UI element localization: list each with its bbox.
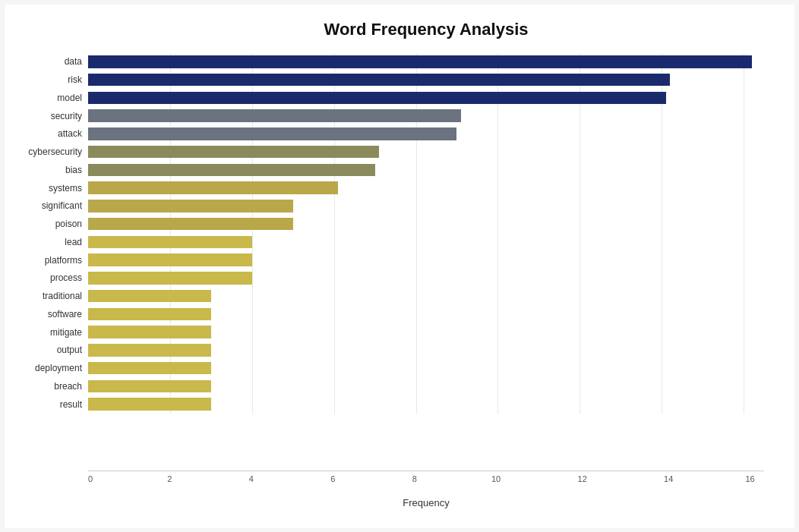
bar-row: output — [88, 342, 764, 360]
bar-fill — [88, 290, 211, 303]
bar-track — [88, 344, 764, 357]
bar-label: significant — [14, 200, 82, 211]
bar-label: mitigate — [14, 327, 82, 338]
bar-fill — [88, 164, 375, 177]
bar-track — [88, 362, 764, 375]
bar-label: systems — [14, 183, 82, 194]
bar-fill — [88, 308, 211, 321]
x-tick: 12 — [578, 474, 587, 483]
bar-row: bias — [88, 161, 764, 179]
bar-row: mitigate — [88, 323, 764, 342]
bar-row: process — [88, 269, 764, 288]
bar-fill — [88, 236, 252, 249]
bar-row: risk — [88, 71, 764, 89]
bar-label: model — [14, 93, 82, 103]
bar-track — [88, 127, 764, 140]
bar-label: platforms — [14, 255, 82, 266]
bar-track — [88, 326, 764, 338]
bar-fill — [88, 218, 293, 231]
bar-label: lead — [14, 237, 82, 247]
bar-fill — [88, 146, 379, 159]
bar-track — [88, 398, 764, 411]
bar-label: data — [14, 56, 82, 67]
bar-fill — [88, 92, 666, 105]
bar-track — [88, 74, 764, 87]
x-tick: 2 — [167, 474, 172, 483]
bar-track — [88, 290, 764, 303]
chart-title: Word Frequency Analysis — [88, 20, 764, 39]
bar-label: result — [14, 399, 82, 410]
bar-track — [88, 218, 764, 231]
bar-fill — [88, 398, 211, 411]
bar-row: traditional — [88, 287, 764, 305]
bar-row: result — [88, 395, 764, 414]
bar-fill — [88, 253, 252, 266]
x-axis: 0246810121416 Frequency — [88, 471, 764, 508]
bar-row: cybersecurity — [88, 143, 764, 161]
bar-label: deployment — [14, 363, 82, 373]
bar-track — [88, 308, 764, 321]
bar-label: risk — [14, 74, 82, 85]
chart-area: datariskmodelsecurityattackcybersecurity… — [88, 53, 764, 414]
bar-track — [88, 272, 764, 285]
bar-label: software — [14, 309, 82, 320]
bar-fill — [88, 127, 456, 140]
bar-label: bias — [14, 165, 82, 175]
bar-fill — [88, 74, 670, 87]
x-tick: 6 — [330, 474, 335, 483]
bar-track — [88, 253, 764, 266]
bar-label: poison — [14, 219, 82, 229]
bar-row: data — [88, 53, 764, 71]
x-axis-label: Frequency — [88, 497, 764, 508]
bar-fill — [88, 344, 211, 357]
bar-track — [88, 109, 764, 122]
bar-row: security — [88, 107, 764, 125]
x-tick: 10 — [491, 474, 501, 483]
bar-row: platforms — [88, 251, 764, 269]
bar-fill — [88, 109, 461, 122]
bar-row: attack — [88, 125, 764, 143]
bar-label: traditional — [14, 291, 82, 301]
chart-container: Word Frequency Analysis datariskmodelsec… — [5, 5, 794, 528]
x-tick: 14 — [664, 474, 673, 483]
bar-fill — [88, 326, 211, 338]
bar-row: systems — [88, 179, 764, 197]
bar-fill — [88, 55, 752, 68]
bar-label: security — [14, 111, 82, 121]
bar-track — [88, 181, 764, 194]
bar-track — [88, 92, 764, 105]
x-tick: 16 — [746, 474, 755, 483]
x-tick: 0 — [88, 474, 93, 483]
bar-fill — [88, 272, 252, 285]
bar-row: software — [88, 305, 764, 323]
bar-track — [88, 146, 764, 159]
bar-track — [88, 380, 764, 393]
bar-row: lead — [88, 233, 764, 251]
bar-row: model — [88, 89, 764, 107]
bar-row: poison — [88, 215, 764, 233]
bar-row: deployment — [88, 359, 764, 377]
bar-row: breach — [88, 377, 764, 395]
bar-track — [88, 236, 764, 249]
bar-label: breach — [14, 381, 82, 392]
x-tick: 8 — [412, 474, 417, 483]
bar-track — [88, 200, 764, 212]
bar-label: attack — [14, 128, 82, 139]
bar-label: output — [14, 345, 82, 355]
bar-label: process — [14, 272, 82, 283]
bar-row: significant — [88, 197, 764, 216]
x-tick: 4 — [249, 474, 254, 483]
bar-label: cybersecurity — [14, 146, 82, 157]
bar-fill — [88, 362, 211, 375]
bar-fill — [88, 380, 211, 393]
bar-track — [88, 164, 764, 177]
bar-fill — [88, 200, 293, 212]
bar-track — [88, 55, 764, 68]
bar-fill — [88, 181, 338, 194]
